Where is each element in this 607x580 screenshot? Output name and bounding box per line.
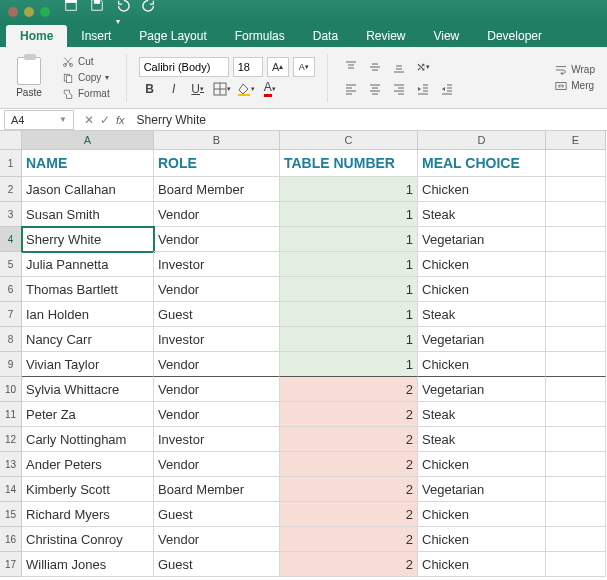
cell-meal[interactable]: Chicken <box>418 527 546 552</box>
underline-button[interactable]: U▾ <box>187 79 209 99</box>
cell-role[interactable]: Vendor <box>154 402 280 427</box>
cell-table-number[interactable]: 2 <box>280 527 418 552</box>
align-middle-button[interactable] <box>364 57 386 77</box>
close-window-button[interactable] <box>8 7 18 17</box>
row-header[interactable]: 16 <box>0 527 22 552</box>
cell-meal[interactable]: Vegetarian <box>418 477 546 502</box>
fx-label[interactable]: fx <box>116 114 125 126</box>
table-header-cell[interactable]: NAME <box>22 150 154 177</box>
tab-home[interactable]: Home <box>6 25 67 47</box>
row-header[interactable]: 15 <box>0 502 22 527</box>
cut-button[interactable]: Cut <box>58 55 114 69</box>
table-header-cell[interactable]: ROLE <box>154 150 280 177</box>
cell-name[interactable]: Richard Myers <box>22 502 154 527</box>
minimize-window-button[interactable] <box>24 7 34 17</box>
italic-button[interactable]: I <box>163 79 185 99</box>
cell-role[interactable]: Guest <box>154 552 280 577</box>
cell-name[interactable]: Carly Nottingham <box>22 427 154 452</box>
cell-empty[interactable] <box>546 427 606 452</box>
cell-name[interactable]: Vivian Taylor <box>22 352 154 377</box>
cell-name[interactable]: Ander Peters <box>22 452 154 477</box>
cell-name[interactable]: Julia Pannetta <box>22 252 154 277</box>
cell-empty[interactable] <box>546 177 606 202</box>
cell-table-number[interactable]: 2 <box>280 452 418 477</box>
tab-view[interactable]: View <box>419 25 473 47</box>
cell-meal[interactable]: Chicken <box>418 502 546 527</box>
cell-table-number[interactable]: 2 <box>280 377 418 402</box>
align-left-button[interactable] <box>340 79 362 99</box>
cell-empty[interactable] <box>546 252 606 277</box>
tab-developer[interactable]: Developer <box>473 25 556 47</box>
cell-name[interactable]: Ian Holden <box>22 302 154 327</box>
cell-meal[interactable]: Vegetarian <box>418 377 546 402</box>
row-header[interactable]: 8 <box>0 327 22 352</box>
align-bottom-button[interactable] <box>388 57 410 77</box>
row-header[interactable]: 17 <box>0 552 22 577</box>
cell-table-number[interactable]: 2 <box>280 427 418 452</box>
cell-meal[interactable]: Chicken <box>418 452 546 477</box>
format-painter-button[interactable]: Format <box>58 87 114 101</box>
row-header[interactable]: 6 <box>0 277 22 302</box>
cell-role[interactable]: Vendor <box>154 227 280 252</box>
copy-button[interactable]: Copy▾ <box>58 71 114 85</box>
cell-table-number[interactable]: 2 <box>280 502 418 527</box>
fill-color-button[interactable]: ▾ <box>235 79 257 99</box>
column-header[interactable]: A <box>22 131 154 150</box>
cell-empty[interactable] <box>546 377 606 402</box>
cell-role[interactable]: Investor <box>154 252 280 277</box>
cell-table-number[interactable]: 2 <box>280 552 418 577</box>
table-header-cell[interactable]: TABLE NUMBER <box>280 150 418 177</box>
cell-name[interactable]: Christina Conroy <box>22 527 154 552</box>
cell-empty[interactable] <box>546 352 606 377</box>
cell-meal[interactable]: Steak <box>418 202 546 227</box>
row-header[interactable]: 1 <box>0 150 22 177</box>
wrap-text-button[interactable]: Wrap <box>551 63 599 77</box>
redo-icon[interactable] <box>142 0 156 27</box>
cell-name[interactable]: William Jones <box>22 552 154 577</box>
cell-table-number[interactable]: 1 <box>280 177 418 202</box>
cell-name[interactable]: Thomas Bartlett <box>22 277 154 302</box>
font-color-button[interactable]: A▾ <box>259 79 281 99</box>
cell-name[interactable]: Sylvia Whittacre <box>22 377 154 402</box>
cell-table-number[interactable]: 2 <box>280 402 418 427</box>
cell-table-number[interactable]: 1 <box>280 227 418 252</box>
row-header[interactable]: 5 <box>0 252 22 277</box>
spreadsheet-grid[interactable]: ABCDE1NAMEROLETABLE NUMBERMEAL CHOICE2Ja… <box>0 131 607 577</box>
row-header[interactable]: 13 <box>0 452 22 477</box>
cell-empty[interactable] <box>546 202 606 227</box>
tab-insert[interactable]: Insert <box>67 25 125 47</box>
cell-meal[interactable]: Vegetarian <box>418 327 546 352</box>
formula-input[interactable]: Sherry White <box>131 113 607 127</box>
row-header[interactable]: 12 <box>0 427 22 452</box>
column-header[interactable]: B <box>154 131 280 150</box>
cancel-formula-icon[interactable]: ✕ <box>84 113 94 127</box>
tab-data[interactable]: Data <box>299 25 352 47</box>
increase-indent-button[interactable] <box>436 79 458 99</box>
bold-button[interactable]: B <box>139 79 161 99</box>
accept-formula-icon[interactable]: ✓ <box>100 113 110 127</box>
cell-role[interactable]: Guest <box>154 302 280 327</box>
cell-table-number[interactable]: 1 <box>280 202 418 227</box>
cell-role[interactable]: Vendor <box>154 202 280 227</box>
paste-button[interactable]: Paste <box>8 57 50 98</box>
cell-empty[interactable] <box>546 477 606 502</box>
table-header-cell[interactable] <box>546 150 606 177</box>
cell-role[interactable]: Vendor <box>154 277 280 302</box>
undo-icon[interactable]: ▾ <box>116 0 130 27</box>
row-header[interactable]: 9 <box>0 352 22 377</box>
row-header[interactable]: 14 <box>0 477 22 502</box>
cell-name[interactable]: Susan Smith <box>22 202 154 227</box>
cell-role[interactable]: Investor <box>154 327 280 352</box>
cell-meal[interactable]: Chicken <box>418 277 546 302</box>
maximize-window-button[interactable] <box>40 7 50 17</box>
cell-empty[interactable] <box>546 302 606 327</box>
border-button[interactable]: ▾ <box>211 79 233 99</box>
cell-empty[interactable] <box>546 452 606 477</box>
cell-empty[interactable] <box>546 527 606 552</box>
cell-empty[interactable] <box>546 502 606 527</box>
cell-role[interactable]: Vendor <box>154 527 280 552</box>
row-header[interactable]: 10 <box>0 377 22 402</box>
align-right-button[interactable] <box>388 79 410 99</box>
tab-review[interactable]: Review <box>352 25 419 47</box>
align-top-button[interactable] <box>340 57 362 77</box>
